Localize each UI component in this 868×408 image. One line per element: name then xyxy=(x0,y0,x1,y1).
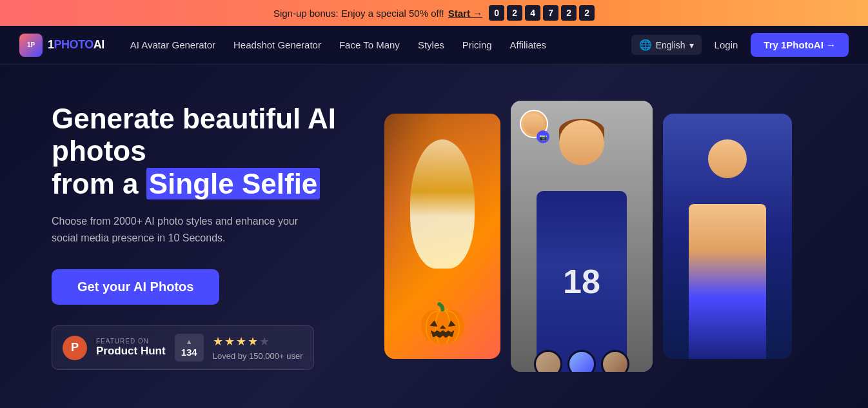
upvote-count: 134 xyxy=(181,347,197,358)
cta-button[interactable]: Get your AI Photos xyxy=(52,269,219,305)
hero-title-highlight: Single Selfie xyxy=(146,168,321,199)
model-bg xyxy=(663,114,792,359)
star-5: ★ xyxy=(259,334,270,349)
digit-1: 2 xyxy=(507,5,522,21)
countdown-timer: 0 2 4 7 2 2 xyxy=(489,5,595,21)
style-thumbnail-row xyxy=(534,350,629,372)
language-selector[interactable]: 🌐 English ▾ xyxy=(631,35,702,55)
nav-styles[interactable]: Styles xyxy=(418,39,444,50)
hero-image-football: 18 📷 xyxy=(511,101,653,372)
nav-links: AI Avatar Generator Headshot Generator F… xyxy=(130,39,631,50)
woman-figure xyxy=(410,139,475,269)
football-bg: 18 xyxy=(511,101,653,372)
star-3: ★ xyxy=(236,334,246,349)
hero-subtitle: Choose from 2000+ AI photo styles and en… xyxy=(52,213,322,246)
hero-title-line2: from a xyxy=(52,168,146,199)
nav-headshot[interactable]: Headshot Generator xyxy=(233,39,321,50)
nav-affiliates[interactable]: Affiliates xyxy=(510,39,546,50)
chevron-down-icon: ▾ xyxy=(689,40,694,50)
product-hunt-logo: P xyxy=(63,336,87,360)
product-hunt-badge[interactable]: P FEATURED ON Product Hunt ▲ 134 ★ ★ ★ ★… xyxy=(52,325,314,370)
hero-images: 🎃 18 📷 xyxy=(365,65,868,408)
nav-pricing[interactable]: Pricing xyxy=(462,39,492,50)
style-thumb-1[interactable] xyxy=(534,350,562,372)
hero-image-model xyxy=(663,114,792,359)
camera-icon: 📷 xyxy=(537,130,549,143)
promo-banner: Sign-up bonus: Enjoy a special 50% off! … xyxy=(0,0,868,26)
digit-3: 7 xyxy=(543,5,558,21)
try-button-label: Try 1PhotoAI → xyxy=(764,39,836,50)
logo-icon: 1P xyxy=(19,34,43,57)
banner-start-link[interactable]: Start → xyxy=(448,8,482,19)
pumpkin-icon: 🎃 xyxy=(419,300,467,346)
user-count-label: Loved by 150,000+ user xyxy=(213,351,303,361)
digit-2: 4 xyxy=(525,5,540,21)
style-thumb-3[interactable] xyxy=(601,350,629,372)
navbar: 1P 1PHOTOAI AI Avatar Generator Headshot… xyxy=(0,26,868,65)
style-thumb-2[interactable] xyxy=(567,350,596,372)
model-torso xyxy=(689,204,766,359)
nav-right: 🌐 English ▾ Login Try 1PhotoAI → xyxy=(631,33,849,57)
football-jersey: 18 xyxy=(537,191,627,372)
product-hunt-featured-label: FEATURED ON xyxy=(96,338,166,345)
product-hunt-info: FEATURED ON Product Hunt xyxy=(96,338,166,358)
model-head xyxy=(708,139,747,178)
product-hunt-rating: ★ ★ ★ ★ ★ Loved by 150,000+ user xyxy=(213,334,303,361)
nav-face-to-many[interactable]: Face To Many xyxy=(339,39,400,50)
try-button[interactable]: Try 1PhotoAI → xyxy=(751,33,849,57)
login-button[interactable]: Login xyxy=(715,39,738,50)
globe-icon: 🌐 xyxy=(639,39,652,51)
product-hunt-name: Product Hunt xyxy=(96,345,166,358)
halloween-bg: 🎃 xyxy=(384,114,500,359)
nav-ai-avatar[interactable]: AI Avatar Generator xyxy=(130,39,215,50)
jersey-number: 18 xyxy=(563,262,600,301)
hero-title: Generate beautiful AI photos from a Sing… xyxy=(52,103,374,201)
star-rating: ★ ★ ★ ★ ★ xyxy=(213,334,303,349)
hero-title-line1: Generate beautiful AI photos xyxy=(52,103,336,167)
digit-4: 2 xyxy=(561,5,577,21)
star-4: ★ xyxy=(248,334,258,349)
hero-section: Generate beautiful AI photos from a Sing… xyxy=(0,65,868,408)
star-2: ★ xyxy=(224,334,235,349)
product-hunt-count: ▲ 134 xyxy=(175,334,204,362)
banner-text: Sign-up bonus: Enjoy a special 50% off! xyxy=(273,8,444,19)
player-head xyxy=(559,120,604,165)
cta-button-label: Get your AI Photos xyxy=(77,280,193,294)
logo[interactable]: 1P 1PHOTOAI xyxy=(19,34,104,57)
digit-5: 2 xyxy=(579,5,595,21)
star-1: ★ xyxy=(213,334,223,349)
logo-text: 1PHOTOAI xyxy=(48,38,104,52)
upvote-arrow-icon: ▲ xyxy=(186,338,193,345)
language-label: English xyxy=(656,40,686,50)
hero-content: Generate beautiful AI photos from a Sing… xyxy=(52,103,374,371)
hero-image-halloween: 🎃 xyxy=(384,114,500,359)
digit-0: 0 xyxy=(489,5,504,21)
